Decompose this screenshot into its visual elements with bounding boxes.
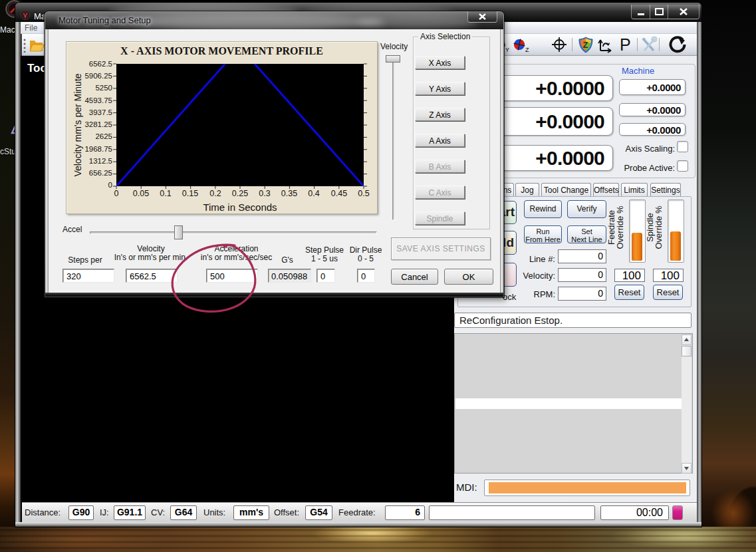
svg-text:Z: Z — [583, 40, 588, 50]
svg-text:Y: Y — [505, 47, 509, 53]
svg-text:Z: Z — [525, 47, 529, 53]
